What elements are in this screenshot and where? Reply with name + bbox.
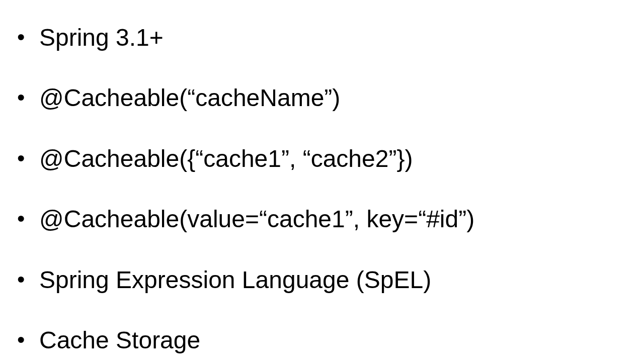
bullet-text: @Cacheable({“cache1”, “cache2”})	[39, 145, 413, 172]
bullet-text: Spring 3.1+	[39, 24, 164, 51]
list-item: Spring 3.1+	[10, 25, 634, 50]
list-item: Cache Storage ConcurrentMap	[10, 328, 634, 362]
list-item: @Cacheable({“cache1”, “cache2”})	[10, 146, 634, 171]
list-item: @Cacheable(value=“cache1”, key=“#id”)	[10, 207, 634, 232]
slide-bullet-list: Spring 3.1+ @Cacheable(“cacheName”) @Cac…	[10, 25, 634, 362]
list-item: @Cacheable(“cacheName”)	[10, 85, 634, 111]
bullet-text: @Cacheable(value=“cache1”, key=“#id”)	[39, 206, 474, 232]
bullet-text: Spring Expression Language (SpEL)	[39, 266, 431, 293]
list-item: Spring Expression Language (SpEL)	[10, 267, 634, 293]
bullet-text: Cache Storage	[39, 327, 200, 353]
bullet-text: @Cacheable(“cacheName”)	[39, 84, 340, 111]
